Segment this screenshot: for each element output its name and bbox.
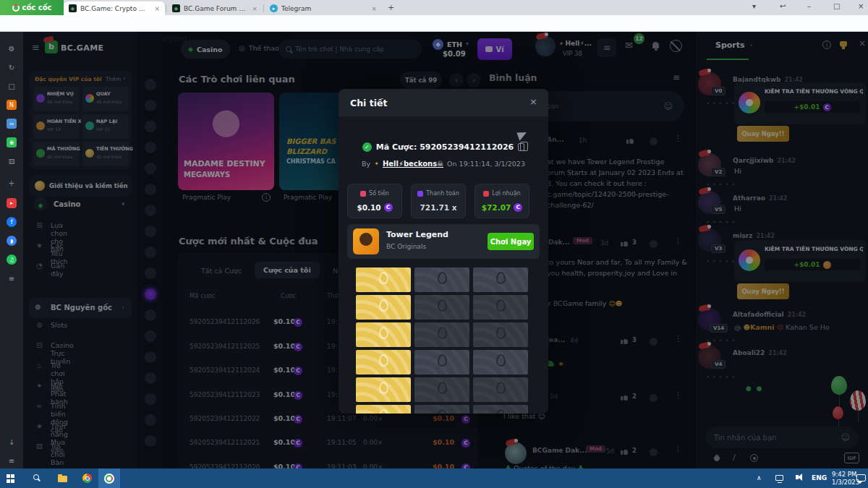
tab-search-icon[interactable]: ▾: [752, 2, 756, 10]
tab-casino[interactable]: ◆Casino: [181, 40, 230, 59]
bcgame-logo-icon[interactable]: b: [45, 40, 58, 53]
vip-tile-rakeback[interactable]: HOÀN TIỀN XVIP 14: [33, 114, 80, 139]
clock-date[interactable]: 1/3/2023: [832, 479, 859, 486]
vip-tile-missions[interactable]: NHIỆM VỤđã mở khóa: [33, 87, 80, 111]
tab-close-icon[interactable]: ×: [252, 5, 258, 12]
chat-close-icon[interactable]: ×: [859, 38, 866, 48]
vip-panel-more[interactable]: Thêm: [106, 76, 121, 82]
taskbar-search-icon[interactable]: [33, 474, 39, 480]
download-manager-icon[interactable]: ↓: [7, 437, 17, 447]
tab-all-bets[interactable]: Tất cả Cược: [201, 267, 242, 275]
game-icon[interactable]: [145, 330, 156, 342]
sidebar-item-bc-originals[interactable]: ⊚ BC Nguyên gốc ›: [29, 298, 132, 318]
game-icon[interactable]: [145, 393, 156, 405]
tab-close-icon[interactable]: ×: [371, 5, 377, 12]
more-icon[interactable]: ⋮: [674, 134, 682, 143]
sidebar-hamburger-icon[interactable]: ≡: [32, 42, 40, 53]
youtube-icon[interactable]: ▸: [7, 198, 17, 208]
like-icon[interactable]: [621, 448, 628, 455]
bet-username[interactable]: Hell⚡beckons☠: [383, 160, 443, 168]
window-maximize-button[interactable]: □: [833, 2, 840, 10]
tab-telegram[interactable]: ▸ Telegram ×: [265, 1, 382, 15]
language-indicator[interactable]: ENG: [812, 474, 827, 481]
reply-icon[interactable]: [650, 338, 658, 346]
vip-tile-bonus-code[interactable]: MÃ THƯỞNGđã mở khóa: [33, 142, 80, 166]
game-icon[interactable]: [145, 142, 156, 153]
chat-info-icon[interactable]: i: [822, 40, 831, 49]
comments-menu-icon[interactable]: ≡: [673, 72, 680, 82]
list-icon[interactable]: ≡: [7, 273, 17, 283]
notification-center-icon[interactable]: [856, 474, 866, 481]
tray-chevron-up-icon[interactable]: ∧: [757, 474, 762, 481]
chat-username[interactable]: Aboali2221:42: [733, 349, 787, 356]
more-icon[interactable]: ⋮: [674, 445, 682, 454]
reply-icon[interactable]: [650, 394, 658, 402]
window-close-button[interactable]: ×: [858, 2, 864, 10]
reading-list-icon[interactable]: □: [7, 81, 17, 91]
table-row[interactable]: 59205239412112021$0.1019:11:050.00×$0.10: [178, 432, 477, 455]
like-icon[interactable]: [621, 240, 628, 247]
game-icon-tower-legend-active[interactable]: [145, 288, 156, 300]
vip-tile-spin[interactable]: QUAYđã mở khóa: [82, 87, 129, 111]
tower-legend-thumbnail[interactable]: [353, 228, 379, 254]
spin-bonus-card[interactable]: KIẾM TRA TIỀN THƯỞNG VÒNG QU +$0.01: [734, 82, 866, 124]
game-card-madame-destiny[interactable]: MADAME DESTINY MEGAWAYS: [178, 93, 274, 190]
comment-author[interactable]: An...: [547, 136, 564, 143]
game-icon[interactable]: [145, 79, 156, 90]
tab-my-bets[interactable]: Cược của tôi: [255, 262, 320, 278]
game-icon[interactable]: [145, 163, 156, 174]
filter-all-chip[interactable]: Tất cả 99: [400, 72, 442, 89]
spin-bonus-card[interactable]: KIẾM TRA TIỀN THƯỞNG VÒNG QU +$0.01: [734, 240, 866, 282]
chat-username[interactable]: Qarcjjixiwb21:42: [733, 157, 796, 164]
game-icon[interactable]: [145, 414, 156, 426]
target-icon[interactable]: [750, 454, 758, 462]
chevron-down-icon[interactable]: ▾: [122, 200, 125, 207]
music-app-icon[interactable]: ♫: [7, 254, 17, 265]
chevron-right-icon[interactable]: ›: [750, 41, 753, 48]
play-now-button[interactable]: Chơi Ngay: [488, 233, 534, 250]
more-icon[interactable]: ⋮: [674, 334, 682, 343]
like-icon[interactable]: [626, 137, 634, 144]
tab-close-icon[interactable]: ×: [154, 5, 160, 12]
chat-username[interactable]: misrz21:42: [733, 232, 775, 239]
facebook-icon[interactable]: f: [7, 217, 17, 227]
game-icon[interactable]: [145, 247, 156, 258]
spin-now-button[interactable]: Quay Ngay!!: [737, 283, 789, 299]
news-icon[interactable]: N: [7, 100, 17, 110]
gif-button[interactable]: GIF: [844, 453, 859, 463]
new-tab-button[interactable]: +: [388, 3, 394, 12]
speaker-icon[interactable]: [796, 475, 799, 479]
smiley-icon[interactable]: ☺: [841, 432, 850, 442]
referral-row[interactable]: Giới thiệu và kiếm tiền: [29, 175, 132, 197]
coccoc-taskbar-icon[interactable]: [104, 474, 114, 484]
slash-command-icon[interactable]: /: [733, 453, 736, 462]
spin-now-button[interactable]: Quay Ngay!!: [737, 126, 789, 142]
smiley-icon[interactable]: ☺: [663, 101, 673, 111]
game-icon[interactable]: [145, 267, 156, 279]
chat-input-field[interactable]: [714, 434, 836, 442]
like-icon[interactable]: [621, 394, 628, 401]
chat-room-tab[interactable]: Sports: [715, 40, 745, 50]
tab-bcgame[interactable]: ◆ BC.Game: Crypto Casino Gam ×: [64, 1, 165, 15]
game-icon[interactable]: [145, 351, 156, 363]
info-icon[interactable]: i: [262, 193, 271, 202]
add-shortcut-icon[interactable]: +: [7, 178, 17, 188]
reply-icon[interactable]: [650, 240, 658, 248]
reopen-tab-icon[interactable]: ↩: [780, 2, 786, 10]
modal-close-icon[interactable]: ×: [529, 96, 537, 107]
chat-input[interactable]: ☺: [705, 427, 859, 448]
trophy-icon[interactable]: [840, 41, 847, 47]
copy-icon[interactable]: [518, 143, 524, 151]
history-icon[interactable]: ↻: [7, 62, 17, 72]
chat-username[interactable]: Altafadofficial21:42: [733, 311, 806, 318]
comment-author[interactable]: BCGame Dak...: [532, 447, 587, 454]
game-icon[interactable]: [145, 372, 156, 384]
game-icon[interactable]: [145, 100, 156, 111]
game-icon[interactable]: [145, 226, 156, 237]
reply-icon[interactable]: [650, 137, 658, 145]
game-search[interactable]: [278, 40, 422, 59]
search-input[interactable]: [295, 46, 414, 53]
chat-username[interactable]: Atharrao21:42: [733, 194, 787, 202]
file-explorer-icon[interactable]: [58, 476, 67, 482]
sidebar-item-casino[interactable]: Casino: [54, 200, 80, 208]
